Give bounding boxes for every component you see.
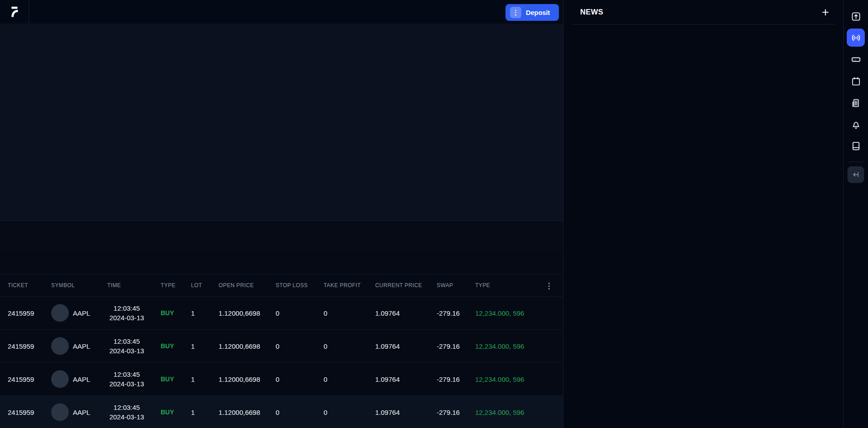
building-icon[interactable] — [847, 94, 865, 112]
symbol-avatar — [51, 304, 69, 322]
cell-symbol: AAPL — [73, 409, 90, 416]
col-ticket: TICKET — [8, 282, 28, 289]
col-symbol: SYMBOL — [51, 282, 75, 289]
cell-stop-loss: 0 — [276, 409, 279, 416]
top-bar: ⋮ Deposit — [0, 0, 563, 24]
cell-symbol: AAPL — [73, 342, 90, 350]
bell-icon[interactable] — [847, 115, 865, 134]
trading-app-window: ⋮ Deposit ACCOUNT 986598566986 BALANCE 1… — [0, 0, 868, 428]
trades-tabs-row: Open Trades (2) Pending Trades (5) Accou… — [0, 252, 563, 274]
cell-type-2: 12,234.000, 596 — [475, 375, 524, 383]
book-icon[interactable] — [847, 137, 865, 155]
calendar-icon[interactable] — [847, 72, 865, 90]
rail-divider — [848, 162, 864, 162]
cell-open-price: 1.12000,6698 — [219, 375, 260, 383]
cell-ticket: 2415959 — [8, 342, 34, 350]
cell-stop-loss: 0 — [276, 342, 279, 350]
deposit-menu-icon[interactable]: ⋮ — [510, 7, 521, 18]
cell-swap: -279.16 — [437, 375, 460, 383]
table-row[interactable]: 2415959 AAPL 12:03:452024-03-13 BUY 1 1.… — [0, 396, 563, 428]
add-news-button[interactable]: + — [818, 5, 833, 20]
col-type-2: TYPE — [475, 282, 490, 289]
cell-open-price: 1.12000,6698 — [219, 309, 260, 317]
cell-current-price: 1.09764 — [375, 409, 400, 416]
cell-take-profit: 0 — [324, 342, 327, 350]
news-header: NEWS + — [563, 0, 843, 24]
app-logo[interactable] — [0, 0, 29, 24]
deposit-label: Deposit — [526, 9, 550, 16]
cell-swap: -279.16 — [437, 342, 460, 350]
cell-time-date: 2024-03-13 — [110, 380, 144, 388]
news-panel: NEWS + — [563, 0, 843, 428]
drive-icon[interactable] — [847, 50, 865, 68]
collapse-icon[interactable] — [848, 166, 864, 183]
cell-type-2: 12,234.000, 596 — [475, 409, 524, 416]
cell-time-clock: 12:03:45 — [114, 337, 140, 345]
news-title: NEWS — [580, 8, 603, 16]
cell-time-date: 2024-03-13 — [110, 314, 144, 322]
cell-type: BUY — [161, 409, 174, 416]
share-icon[interactable] — [847, 7, 865, 25]
cell-time-date: 2024-03-13 — [110, 347, 144, 355]
cell-swap: -279.16 — [437, 309, 460, 317]
cell-take-profit: 0 — [324, 309, 327, 317]
cell-current-price: 1.09764 — [375, 375, 400, 383]
broadcast-icon[interactable] — [847, 29, 865, 47]
table-row[interactable]: 2415959 AAPL 12:03:452024-03-13 BUY 1 1.… — [0, 363, 563, 396]
cell-lot: 1 — [191, 409, 195, 416]
news-header-divider — [572, 24, 835, 24]
logo-icon — [8, 5, 21, 20]
table-options-button[interactable]: ⋮ — [543, 279, 555, 292]
cell-open-price: 1.12000,6698 — [219, 342, 260, 350]
cell-type: BUY — [161, 342, 174, 350]
col-type: TYPE — [161, 282, 176, 289]
cell-type-2: 12,234.000, 596 — [475, 309, 524, 317]
main-pane: ⋮ Deposit ACCOUNT 986598566986 BALANCE 1… — [0, 0, 563, 428]
cell-time: 12:03:452024-03-13 — [102, 337, 152, 356]
cell-time: 12:03:452024-03-13 — [102, 403, 152, 422]
deposit-button[interactable]: ⋮ Deposit — [506, 4, 559, 21]
cell-lot: 1 — [191, 375, 195, 383]
cell-type-2: 12,234.000, 596 — [475, 342, 524, 350]
cell-time: 12:03:452024-03-13 — [102, 370, 152, 389]
table-row[interactable]: 2415959 AAPL 12:03:452024-03-13 BUY 1 1.… — [0, 297, 563, 330]
chart-area[interactable] — [0, 25, 563, 221]
trades-table-header: TICKET SYMBOL TIME TYPE LOT OPEN PRICE S… — [0, 274, 563, 297]
col-swap: SWAP — [437, 282, 453, 289]
cell-ticket: 2415959 — [8, 375, 34, 383]
cell-type: BUY — [161, 309, 174, 317]
cell-open-price: 1.12000,6698 — [219, 409, 260, 416]
cell-time-date: 2024-03-13 — [110, 413, 144, 421]
cell-current-price: 1.09764 — [375, 342, 400, 350]
col-time: TIME — [107, 282, 121, 289]
trades-table-body: 2415959 AAPL 12:03:452024-03-13 BUY 1 1.… — [0, 297, 563, 428]
col-take-profit: TAKE PROFIT — [324, 282, 361, 289]
cell-stop-loss: 0 — [276, 309, 279, 317]
cell-time-clock: 12:03:45 — [114, 404, 140, 411]
cell-current-price: 1.09764 — [375, 309, 400, 317]
symbol-avatar — [51, 404, 69, 421]
col-stop-loss: STOP LOSS — [276, 282, 308, 289]
symbol-avatar — [51, 370, 69, 388]
cell-ticket: 2415959 — [8, 309, 34, 317]
cell-ticket: 2415959 — [8, 409, 34, 416]
cell-symbol: AAPL — [73, 375, 90, 383]
cell-symbol: AAPL — [73, 309, 90, 317]
cell-stop-loss: 0 — [276, 375, 279, 383]
right-icon-rail — [843, 0, 868, 428]
table-row[interactable]: 2415959 AAPL 12:03:452024-03-13 BUY 1 1.… — [0, 330, 563, 363]
symbol-avatar — [51, 337, 69, 355]
cell-take-profit: 0 — [324, 375, 327, 383]
cell-type: BUY — [161, 375, 174, 383]
account-summary-bar: ACCOUNT 986598566986 BALANCE 101,873.51 … — [0, 221, 563, 252]
col-current-price: CURRENT PRICE — [375, 282, 422, 289]
cell-time-clock: 12:03:45 — [114, 304, 140, 312]
cell-lot: 1 — [191, 342, 195, 350]
col-lot: LOT — [191, 282, 202, 289]
cell-take-profit: 0 — [324, 409, 327, 416]
cell-time: 12:03:452024-03-13 — [102, 303, 152, 322]
cell-swap: -279.16 — [437, 409, 460, 416]
cell-time-clock: 12:03:45 — [114, 370, 140, 378]
cell-lot: 1 — [191, 309, 195, 317]
col-open-price: OPEN PRICE — [219, 282, 254, 289]
